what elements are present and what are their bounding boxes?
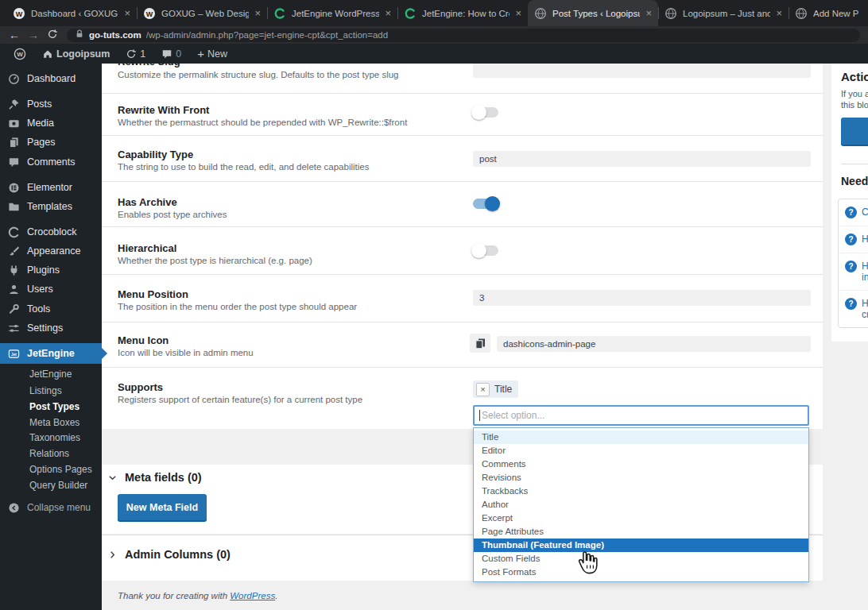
- hierarchical-toggle[interactable]: [473, 245, 498, 256]
- dropdown-option[interactable]: Author: [474, 498, 808, 512]
- wordpress-favicon-icon: W: [13, 7, 25, 20]
- rewrite-with-front-toggle[interactable]: [473, 107, 498, 118]
- browser-tab[interactable]: Add New P: [789, 0, 868, 26]
- dropdown-option[interactable]: Revisions: [474, 471, 808, 485]
- help-link[interactable]: ? H: [839, 226, 868, 253]
- tab-close-icon[interactable]: ×: [385, 8, 391, 18]
- plug-icon: [8, 264, 20, 276]
- has-archive-toggle[interactable]: [473, 199, 498, 209]
- dropdown-option[interactable]: Custom Fields: [474, 552, 808, 566]
- sidebar-item-appearance[interactable]: Appearance: [0, 241, 102, 261]
- tab-title: JetEngine WordPress Custom: [292, 9, 379, 18]
- new-meta-field-button[interactable]: New Meta Field: [118, 494, 207, 520]
- sidebar-item-users[interactable]: Users: [0, 280, 102, 299]
- mouse-hand-cursor: [574, 548, 599, 578]
- tab-close-icon[interactable]: ×: [124, 8, 130, 18]
- wordpress-link[interactable]: WordPress: [230, 591, 275, 600]
- sidebar-item-templates[interactable]: Templates: [0, 197, 102, 216]
- browser-tab[interactable]: JetEngine WordPress Custom ×: [267, 0, 397, 26]
- wordpress-logo-icon[interactable]: W: [8, 44, 32, 64]
- form-row-has-archive: Has Archive Enables post type archives: [102, 181, 823, 226]
- text-caret: [479, 410, 480, 421]
- admin-columns-header[interactable]: Admin Columns (0): [108, 548, 231, 561]
- pages-icon: [474, 337, 486, 349]
- tab-close-icon[interactable]: ×: [254, 8, 261, 18]
- sidebar-item-plugins[interactable]: Plugins: [0, 261, 102, 280]
- form-row-hierarchical: Hierarchical Whether the post type is hi…: [102, 226, 823, 274]
- add-post-type-button[interactable]: [841, 118, 868, 145]
- remove-tag-icon[interactable]: ×: [476, 383, 490, 396]
- globe-favicon-icon: [795, 7, 808, 20]
- elementor-icon: [8, 182, 20, 194]
- capability-type-input[interactable]: post: [473, 151, 811, 167]
- folder-icon: [8, 201, 20, 213]
- field-description: The string to use to build the read, edi…: [118, 162, 369, 172]
- sidebar-item-posts[interactable]: Posts: [0, 95, 102, 114]
- tab-close-icon[interactable]: ×: [776, 8, 782, 18]
- sidebar-item-tools[interactable]: Tools: [0, 299, 102, 319]
- back-icon[interactable]: ←: [5, 29, 24, 41]
- dropdown-option[interactable]: Editor: [474, 444, 808, 458]
- field-description: Whether the permastruct should be prepen…: [118, 118, 407, 127]
- question-icon: ?: [845, 298, 857, 310]
- site-name-menu[interactable]: Logoipsum: [37, 44, 115, 64]
- dropdown-option-thumbnail-highlighted[interactable]: Thumbnail (Featured Image): [474, 539, 808, 552]
- browser-tab-active[interactable]: Post Types ‹ Logoipsum — Wo ×: [528, 0, 658, 26]
- dropdown-option[interactable]: Page Attributes: [474, 525, 808, 539]
- field-description: The position in the menu order the post …: [118, 302, 357, 311]
- updates-menu[interactable]: 1: [120, 44, 151, 64]
- dropdown-option[interactable]: Comments: [474, 458, 808, 471]
- address-bar[interactable]: go-tuts.com /wp-admin/admin.php?page=jet…: [67, 29, 860, 42]
- field-label: Hierarchical: [118, 242, 176, 254]
- tab-title: JetEngine: How to Create Cust: [422, 9, 510, 18]
- sidebar-item-pages[interactable]: Pages: [0, 133, 102, 152]
- lock-icon: [75, 28, 84, 42]
- sidebar-subitem-query-builder[interactable]: Query Builder: [0, 477, 102, 493]
- menu-icon-input[interactable]: dashicons-admin-page: [497, 336, 811, 352]
- sidebar-item-elementor[interactable]: Elementor: [0, 178, 102, 197]
- sidebar-subitem-relations[interactable]: Relations: [0, 445, 102, 461]
- help-link[interactable]: ? Hin: [839, 253, 868, 290]
- browser-tab[interactable]: W GOXUG – Web Design Portfolio ×: [137, 0, 267, 26]
- tab-close-icon[interactable]: ×: [645, 8, 652, 18]
- chevron-right-icon: [108, 550, 117, 559]
- sidebar-subitem-taxonomies[interactable]: Taxonomies: [0, 429, 102, 446]
- actions-text-line2: this bloc: [841, 100, 868, 110]
- pages-icon: [8, 137, 20, 149]
- collapse-menu-button[interactable]: Collapse menu: [0, 498, 102, 517]
- browser-url-bar: ← → go-tuts.com /wp-admin/admin.php?page…: [0, 26, 868, 44]
- rewrite-slug-input[interactable]: [473, 62, 811, 78]
- sidebar-subitem-jetengine[interactable]: JetEngine: [0, 365, 102, 382]
- forward-icon[interactable]: →: [24, 29, 43, 41]
- dropdown-option[interactable]: Title: [474, 430, 808, 444]
- sidebar-subitem-options-pages[interactable]: Options Pages: [0, 461, 102, 477]
- tab-title: Dashboard ‹ GOXUG — WordP: [31, 9, 118, 18]
- sidebar-item-comments[interactable]: Comments: [0, 152, 102, 172]
- menu-icon-preview-button[interactable]: [470, 334, 490, 353]
- new-content-menu[interactable]: + New: [192, 44, 233, 64]
- help-link[interactable]: ? Hcr: [839, 290, 868, 327]
- dropdown-option[interactable]: Post Formats: [474, 566, 808, 579]
- dropdown-option[interactable]: Excerpt: [474, 512, 808, 525]
- meta-fields-header[interactable]: Meta fields (0): [108, 471, 202, 484]
- tab-close-icon[interactable]: ×: [515, 8, 521, 18]
- help-link[interactable]: ? C: [839, 199, 868, 226]
- sidebar-item-crocoblock[interactable]: Crocoblock: [0, 222, 102, 241]
- sidebar-item-settings[interactable]: Settings: [0, 319, 102, 338]
- supports-select-input[interactable]: Select option...: [473, 405, 809, 426]
- field-label: Menu Position: [118, 288, 188, 300]
- menu-position-input[interactable]: 3: [473, 290, 811, 306]
- browser-tab[interactable]: W Dashboard ‹ GOXUG — WordP ×: [6, 0, 137, 26]
- sidebar-subitem-listings[interactable]: Listings: [0, 382, 102, 399]
- dropdown-option[interactable]: Trackbacks: [474, 485, 808, 498]
- sidebar-subitem-meta-boxes[interactable]: Meta Boxes: [0, 414, 102, 430]
- browser-tab[interactable]: JetEngine: How to Create Cust ×: [397, 0, 528, 26]
- sidebar-item-dashboard[interactable]: Dashboard: [0, 69, 102, 88]
- sidebar-item-jetengine[interactable]: Jet JetEngine: [0, 343, 102, 364]
- comments-menu[interactable]: 0: [156, 44, 187, 64]
- jetengine-icon: Jet: [8, 348, 20, 360]
- sidebar-item-media[interactable]: Media: [0, 114, 102, 133]
- sidebar-subitem-post-types[interactable]: Post Types: [0, 398, 102, 415]
- reload-icon[interactable]: [43, 29, 62, 42]
- browser-tab[interactable]: Logoipsum – Just another Wor ×: [658, 0, 789, 26]
